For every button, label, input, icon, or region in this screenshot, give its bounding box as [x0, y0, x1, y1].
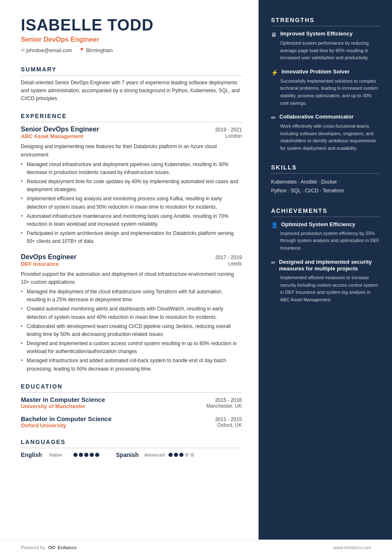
achievements-title: ACHIEVEMENTS [271, 207, 379, 217]
bullet-item: Implemented efficient log analysis and m… [21, 195, 242, 211]
languages-title: LANGUAGES [21, 439, 242, 448]
achievement-1-header: 👤 Optimized System Efficiency [271, 221, 379, 228]
bullet-item: Managed infrastructure and added automat… [21, 357, 242, 373]
email-value: johndoe@email.com [26, 48, 72, 53]
edu-header-2: Bachelor in Computer Science 2011 - 2015 [21, 415, 242, 422]
dot [84, 453, 88, 457]
strengths-title: STRENGTHS [271, 17, 379, 26]
languages-section: LANGUAGES English Native Spanis [21, 439, 242, 458]
achievement-1-icon: 👤 [271, 222, 278, 228]
achievement-1: 👤 Optimized System Efficiency Improved p… [271, 221, 379, 252]
job-title-1: Senior DevOps Engineer [21, 126, 99, 133]
edu-dates-2: 2011 - 2015 [215, 416, 242, 422]
skills-section: SKILLS Kubernetes · Ansible · Docker · P… [271, 164, 379, 196]
job-bullets-2: Managed the deployment of the cloud infr… [21, 288, 242, 373]
dot [174, 453, 178, 457]
job-bullets-1: Managed cloud infrastructure and deploym… [21, 161, 242, 246]
job-desc-2: Provided support for the automation and … [21, 270, 242, 286]
lang-english-name: English [21, 452, 46, 458]
lang-english: English Native [21, 452, 99, 458]
languages-row: English Native Spanish Advanced [21, 452, 242, 458]
job-title-2: DevOps Engineer [21, 253, 76, 261]
location-icon: 📍 [79, 48, 85, 53]
achievements-section: ACHIEVEMENTS 👤 Optimized System Efficien… [271, 207, 379, 304]
footer-brand: Powered by Enhancv [21, 545, 77, 550]
powered-by-text: Powered by [21, 545, 45, 550]
dot [90, 453, 94, 457]
job-company-2: DEF Insurance [21, 261, 59, 267]
brand-name: Enhancv [58, 545, 77, 550]
strength-2-icon: ⚡ [271, 69, 278, 76]
education-section: EDUCATION Master in Computer Science 201… [21, 383, 242, 429]
edu-degree-1: Master in Computer Science [21, 396, 105, 403]
dot [168, 453, 173, 457]
strength-3-title: Collaborative Communicator [279, 114, 354, 121]
candidate-title: Senior DevOps Engineer [21, 36, 242, 43]
footer-website: www.enhancv.com [333, 545, 371, 550]
job-header-2: DevOps Engineer 2017 - 2019 [21, 253, 242, 261]
dot [79, 453, 83, 457]
strength-2: ⚡ Innovative Problem Solver Successfully… [271, 68, 379, 107]
skills-title: SKILLS [271, 164, 379, 174]
strength-2-title: Innovative Problem Solver [281, 68, 349, 76]
bullet-item: Participated in system architecture desi… [21, 230, 242, 245]
job-desc-1: Designing and implementing new features … [21, 143, 242, 159]
job-company-1: ABC Asset Management [21, 133, 83, 139]
lang-english-level: Native [49, 452, 70, 457]
contact-info: ✉ johndoe@email.com 📍 Birmingham [21, 48, 242, 53]
skills-line-2: Python · SQL · CI/CD · Terraform [271, 187, 379, 196]
summary-title: SUMMARY [21, 66, 242, 76]
left-column: ISABELLE TODD Senior DevOps Engineer ✉ j… [0, 0, 259, 540]
edu-block-1: Master in Computer Science 2015 - 2016 U… [21, 396, 242, 409]
bullet-item: Reduced deployment time for code updates… [21, 178, 242, 194]
achievement-2: ✏ Designed and implemented security meas… [271, 259, 379, 304]
lang-english-dots [73, 453, 99, 457]
achievement-2-header: ✏ Designed and implemented security meas… [271, 259, 379, 273]
enhancv-logo: Enhancv [48, 545, 77, 550]
bullet-item: Collaborated with development team creat… [21, 323, 242, 338]
logo-svg [48, 545, 56, 550]
edu-block-2: Bachelor in Computer Science 2011 - 2015… [21, 415, 242, 429]
dot [190, 453, 194, 457]
edu-dates-1: 2015 - 2016 [215, 397, 242, 403]
email-contact: ✉ johndoe@email.com [21, 48, 72, 53]
lang-spanish-level: Advanced [144, 452, 165, 457]
achievement-2-title: Designed and implemented security measur… [279, 259, 379, 273]
lang-spanish-name: Spanish [116, 452, 141, 458]
strength-3-header: ✏ Collaborative Communicator [271, 114, 379, 121]
edu-header-1: Master in Computer Science 2015 - 2016 [21, 396, 242, 403]
bullet-item: Managed cloud infrastructure and deploym… [21, 161, 242, 177]
edu-school-1: University of Manchester [21, 403, 85, 409]
bullet-item: Automated infrastructure maintenance and… [21, 212, 242, 228]
achievement-1-title: Optimized System Efficiency [281, 221, 355, 228]
lang-spanish-dots [168, 453, 194, 457]
strength-1-title: Improved System Efficiency [280, 30, 352, 38]
job-dates-2: 2017 - 2019 [215, 255, 242, 260]
edu-loc-row-2: Oxford University Oxford, UK [21, 422, 242, 429]
strength-3-desc: Work effectively with cross-functional t… [271, 123, 379, 152]
lang-spanish: Spanish Advanced [116, 452, 194, 458]
education-title: EDUCATION [21, 383, 242, 393]
experience-title: EXPERIENCE [21, 113, 242, 122]
job-location-1: London [225, 133, 242, 140]
edu-location-2: Oxford, UK [217, 422, 242, 429]
email-icon: ✉ [21, 48, 25, 53]
edu-loc-row-1: University of Manchester Manchester, UK [21, 403, 242, 409]
dot [179, 453, 183, 457]
edu-school-2: Oxford University [21, 422, 66, 429]
strength-3: ✏ Collaborative Communicator Work effect… [271, 114, 379, 152]
location-value: Birmingham [86, 48, 113, 53]
summary-text: Detail-oriented Senior DevOps Engineer w… [21, 79, 242, 103]
strength-1-desc: Optimized system performance by reducing… [271, 40, 379, 62]
dot [73, 453, 78, 457]
achievement-2-desc: Implemented efficient measures to increa… [271, 274, 379, 303]
achievement-2-icon: ✏ [271, 260, 276, 266]
strength-1: 🖥 Improved System Efficiency Optimized s… [271, 30, 379, 62]
strength-2-desc: Successfully implemented solutions to co… [271, 78, 379, 107]
strengths-section: STRENGTHS 🖥 Improved System Efficiency O… [271, 17, 379, 152]
job-header-1: Senior DevOps Engineer 2019 - 2021 [21, 126, 242, 133]
job-location-2: Leeds [228, 261, 242, 268]
dot [185, 453, 189, 457]
dot [95, 453, 99, 457]
job-block-2: DevOps Engineer 2017 - 2019 DEF Insuranc… [21, 253, 242, 373]
